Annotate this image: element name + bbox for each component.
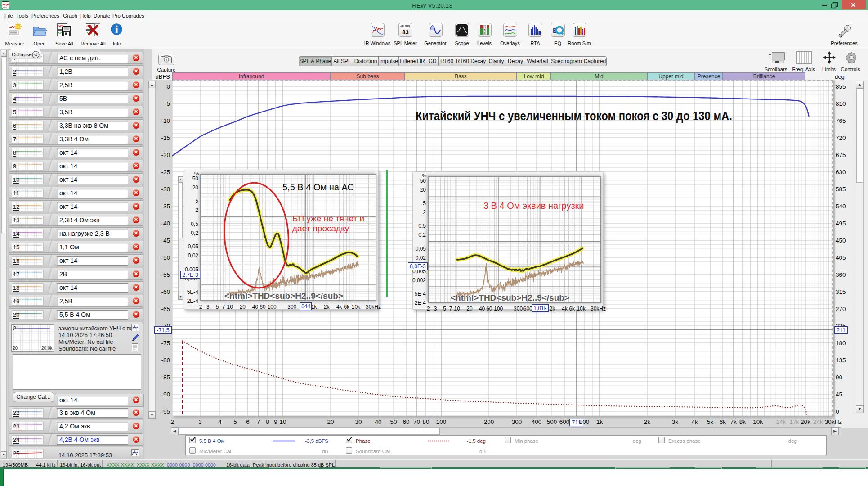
svg-text:dB SPL: dB SPL <box>400 25 411 28</box>
svg-text:83: 83 <box>402 29 408 36</box>
